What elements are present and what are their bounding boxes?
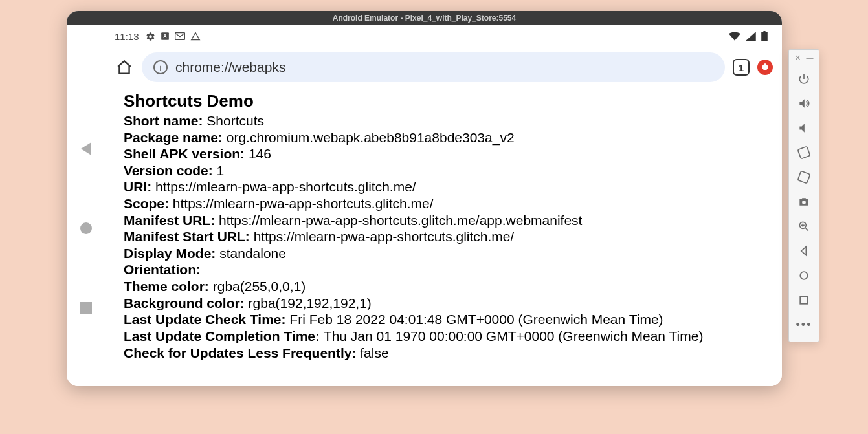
field-value: Thu Jan 01 1970 00:00:00 GMT+0000 (Green… <box>324 329 704 343</box>
svg-rect-10 <box>800 296 808 304</box>
field-row: Background color: rgba(192,192,192,1) <box>124 295 764 312</box>
field-label: Short name: <box>124 113 206 128</box>
field-value: https://mlearn-pwa-app-shortcuts.glitch.… <box>254 229 515 244</box>
volume-up-button[interactable] <box>792 92 816 115</box>
field-value: https://mlearn-pwa-app-shortcuts.glitch.… <box>173 196 434 211</box>
phone-screen: 11:13 A <box>106 25 782 386</box>
overview-softkey[interactable] <box>80 302 92 314</box>
field-row: Orientation: <box>124 261 764 278</box>
extension-icon[interactable] <box>757 60 773 75</box>
volume-down-button[interactable] <box>792 116 816 140</box>
field-row: Last Update Completion Time: Thu Jan 01 … <box>124 328 764 345</box>
rotate-left-button[interactable] <box>792 141 816 164</box>
emulator-window: Android Emulator - Pixel_4_with_Play_Sto… <box>67 11 782 386</box>
field-row: Version code: 1 <box>124 162 764 179</box>
drive-icon <box>190 32 201 41</box>
field-value: Shortcuts <box>206 113 264 128</box>
field-value: rgba(192,192,192,1) <box>249 296 372 310</box>
field-row: Last Update Check Time: Fri Feb 18 2022 … <box>124 311 764 328</box>
field-row: Scope: https://mlearn-pwa-app-shortcuts.… <box>124 195 764 212</box>
field-label: Display Mode: <box>124 246 219 261</box>
field-label: Shell APK version: <box>124 146 249 161</box>
window-controls: ✕ — <box>789 52 819 66</box>
page-content: Shortcuts Demo Short name: ShortcutsPack… <box>106 87 782 386</box>
android-softkeys <box>67 25 106 386</box>
field-label: Manifest Start URL: <box>124 229 254 244</box>
rotate-right-button[interactable] <box>792 166 816 189</box>
field-label: Manifest URL: <box>124 213 219 228</box>
home-button[interactable] <box>792 264 816 287</box>
field-list: Short name: ShortcutsPackage name: org.c… <box>124 113 764 361</box>
field-label: URI: <box>124 179 155 194</box>
field-value: Fri Feb 18 2022 04:01:48 GMT+0000 (Green… <box>289 312 663 327</box>
field-label: Check for Updates Less Frequently: <box>124 345 360 360</box>
field-value: standalone <box>219 246 286 261</box>
field-label: Version code: <box>124 163 217 178</box>
field-row: Manifest URL: https://mlearn-pwa-app-sho… <box>124 212 764 229</box>
svg-text:A: A <box>163 34 167 39</box>
close-window-button[interactable]: ✕ <box>795 54 801 62</box>
info-icon[interactable]: i <box>153 60 168 74</box>
page-title: Shortcuts Demo <box>124 91 764 111</box>
field-row: Theme color: rgba(255,0,0,1) <box>124 278 764 295</box>
field-label: Background color: <box>124 296 249 310</box>
svg-rect-5 <box>797 146 810 158</box>
status-clock: 11:13 <box>115 31 139 42</box>
omnibox[interactable]: i chrome://webapks <box>142 52 725 82</box>
gear-icon <box>146 32 155 41</box>
field-label: Last Update Completion Time: <box>124 329 324 343</box>
svg-rect-4 <box>763 31 765 32</box>
field-label: Scope: <box>124 196 173 211</box>
phone-area: 11:13 A <box>67 25 782 386</box>
field-row: Manifest Start URL: https://mlearn-pwa-a… <box>124 228 764 245</box>
svg-rect-6 <box>797 171 810 183</box>
field-value: 1 <box>217 163 225 178</box>
home-softkey[interactable] <box>80 222 92 234</box>
chrome-toolbar: i chrome://webapks 1 <box>106 47 782 87</box>
gmail-icon <box>175 32 185 41</box>
url-text: chrome://webapks <box>175 60 285 75</box>
back-button[interactable] <box>792 239 816 263</box>
screenshot-button[interactable] <box>792 190 816 213</box>
window-title: Android Emulator - Pixel_4_with_Play_Sto… <box>333 14 516 23</box>
field-value: https://mlearn-pwa-app-shortcuts.glitch.… <box>155 179 416 194</box>
back-softkey[interactable] <box>80 143 92 155</box>
tab-count-value: 1 <box>739 62 744 73</box>
battery-icon <box>761 31 768 41</box>
field-label: Theme color: <box>124 279 213 294</box>
power-button[interactable] <box>792 67 816 91</box>
field-value: https://mlearn-pwa-app-shortcuts.glitch.… <box>219 213 582 228</box>
svg-rect-3 <box>761 32 768 41</box>
more-button[interactable]: ••• <box>792 313 816 336</box>
field-row: Package name: org.chromium.webapk.abeb8b… <box>124 129 764 146</box>
field-label: Orientation: <box>124 262 201 277</box>
field-row: Short name: Shortcuts <box>124 113 764 129</box>
cellular-icon <box>746 32 756 41</box>
wifi-icon <box>729 32 740 41</box>
field-row: Check for Updates Less Frequently: false <box>124 345 764 362</box>
field-value: rgba(255,0,0,1) <box>213 279 306 294</box>
svg-point-9 <box>800 272 808 279</box>
svg-point-7 <box>802 201 806 204</box>
status-bar: 11:13 A <box>106 25 782 47</box>
field-row: Display Mode: standalone <box>124 245 764 262</box>
field-value: org.chromium.webapk.abeb8b91a8bde303a_v2 <box>227 130 515 145</box>
overview-button[interactable] <box>792 288 816 312</box>
field-row: Shell APK version: 146 <box>124 146 764 162</box>
tab-count-button[interactable]: 1 <box>733 59 750 76</box>
field-value: false <box>360 345 388 360</box>
window-titlebar[interactable]: Android Emulator - Pixel_4_with_Play_Sto… <box>67 11 782 25</box>
field-label: Last Update Check Time: <box>124 312 289 327</box>
app-icon-a: A <box>161 32 170 41</box>
field-row: URI: https://mlearn-pwa-app-shortcuts.gl… <box>124 179 764 195</box>
emulator-control-panel: ✕ — ••• <box>788 49 819 342</box>
zoom-button[interactable] <box>792 215 816 238</box>
field-value: 146 <box>249 146 271 161</box>
home-icon[interactable] <box>115 58 134 77</box>
minimize-window-button[interactable]: — <box>807 54 814 62</box>
field-label: Package name: <box>124 130 227 145</box>
